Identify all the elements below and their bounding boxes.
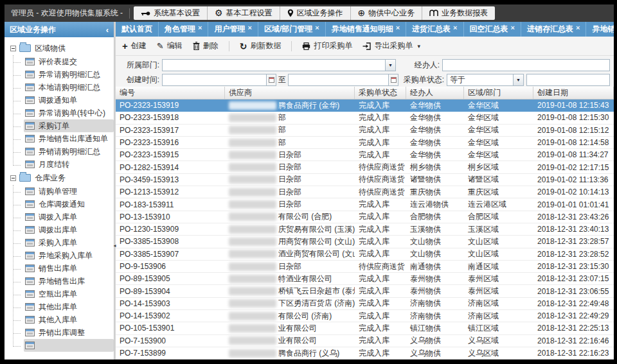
tree-expand-icon[interactable] bbox=[10, 46, 16, 51]
table-row[interactable]: PO-89-153905特酒业有限公司完成入库泰州物供泰州区域2018-12-3… bbox=[116, 273, 614, 285]
tree-group-区域物供[interactable]: 区域物供 bbox=[8, 41, 114, 55]
table-row[interactable]: PO-89-153904桥镇飞云日杂超市 (泰州)完成入库泰州物供泰州区域201… bbox=[116, 285, 614, 297]
sidebar-item[interactable]: 异销请购明细汇总 bbox=[8, 145, 114, 158]
sidebar-item-link[interactable] bbox=[24, 339, 114, 352]
tree-group-仓库业务[interactable]: 仓库业务 bbox=[8, 171, 114, 185]
sidebar-item[interactable]: 仓库调拨通知 bbox=[8, 198, 114, 211]
sidebar-item-link[interactable]: 请购单管理 bbox=[24, 185, 114, 198]
sidebar-item-link[interactable]: 异销出库调整 bbox=[24, 326, 114, 339]
sidebar-item-link[interactable]: 异地销售出库 bbox=[24, 275, 114, 288]
sidebar-item-link[interactable]: 采购入库单 bbox=[24, 236, 114, 249]
sidebar-item-link[interactable]: 调拨入库单 bbox=[24, 211, 114, 223]
calendar-icon[interactable] bbox=[266, 74, 276, 85]
sidebar-item[interactable]: 月度结转 bbox=[8, 158, 114, 171]
table-row[interactable]: PO-14-153903下区勇清百货店 (济南)完成入库济南物供济南区域2018… bbox=[116, 298, 614, 310]
table-row[interactable]: PO-2323-153918部完成入库金华物供金华区域2019-01-08 12… bbox=[116, 112, 614, 124]
top-menu-key[interactable]: 系统基本设置 bbox=[134, 6, 208, 20]
tab-进货汇总表[interactable]: 进货汇总表× bbox=[406, 22, 463, 37]
table-row[interactable]: PO-3385-153907酒业商贸有限公司 (文山)完成入库文山物供文山区域2… bbox=[116, 248, 614, 261]
sidebar-item-link[interactable]: 评价表提交 bbox=[24, 55, 114, 68]
tab-异地销售通知明细[interactable]: 异地销售通知明细× bbox=[326, 22, 406, 37]
column-header-区域/部门[interactable]: 区域/部门 bbox=[464, 87, 533, 99]
table-row[interactable]: PO-13-153910有限公司 (合肥)完成入库合肥物供合肥区域2018-12… bbox=[116, 211, 614, 223]
sidebar-item-link[interactable]: 空瓶出库单 bbox=[24, 288, 114, 300]
sidebar-item[interactable]: 异地销售出库 bbox=[8, 275, 114, 288]
date-to-input[interactable] bbox=[288, 74, 398, 86]
sidebar-item-link[interactable]: 异常请购单(转中心) bbox=[24, 107, 114, 119]
sidebar-item[interactable]: 调拨入库单 bbox=[8, 211, 114, 223]
top-menu-book[interactable]: 业务数据报表 bbox=[422, 6, 495, 20]
sidebar-item-link[interactable]: 销售出库单 bbox=[24, 262, 114, 275]
sidebar-item[interactable]: 请购单管理 bbox=[8, 185, 114, 198]
sidebar-item[interactable]: 销售出库单 bbox=[8, 262, 114, 275]
sidebar-splitter[interactable]: ◂ bbox=[114, 22, 116, 360]
dept-select[interactable]: ▼ bbox=[162, 59, 396, 71]
table-row[interactable]: PO-2323-153917部完成入库金华物供金华区域2019-01-08 12… bbox=[116, 125, 614, 137]
table-row[interactable]: PO-9-153906日杂部待供应商送货南通物供南通区域2018-12-31 2… bbox=[116, 261, 614, 273]
sidebar-item-link[interactable]: 调拨出库单 bbox=[24, 223, 114, 236]
tab-区域/部门管理[interactable]: 区域/部门管理× bbox=[258, 22, 326, 37]
tab-close-icon[interactable]: × bbox=[198, 24, 202, 31]
sidebar-item[interactable]: 异销出库调整 bbox=[8, 326, 114, 339]
sidebar-collapse-icon[interactable]: ‹ bbox=[106, 25, 109, 35]
status-value-input[interactable] bbox=[526, 74, 610, 86]
column-header-经办人[interactable]: 经办人 bbox=[406, 87, 464, 99]
dept-dropdown-arrow-icon[interactable]: ▼ bbox=[385, 60, 395, 71]
edit-button[interactable]: ✎ 编辑 bbox=[157, 40, 183, 51]
tab-close-icon[interactable]: × bbox=[315, 24, 319, 31]
table-row[interactable]: PO-7-153900业有限公司完成入库义乌物供义乌区域2018-12-31 2… bbox=[116, 335, 614, 347]
column-header-编号[interactable]: 编号 bbox=[116, 87, 225, 99]
tab-进销存汇总表[interactable]: 进销存汇总表× bbox=[521, 22, 586, 37]
sidebar-item[interactable]: 调拨出库单 bbox=[8, 223, 114, 236]
sidebar-item-link[interactable]: 异销请购明细汇总 bbox=[24, 145, 114, 158]
sidebar-item[interactable]: 评价表提交 bbox=[8, 55, 114, 68]
sidebar-item[interactable]: 异地销售出库通知单 bbox=[8, 132, 114, 145]
tab-角色管理[interactable]: 角色管理× bbox=[159, 22, 208, 37]
table-row[interactable]: PO-3459-153913日杂部待供应商送货诸暨物供诸暨区域2019-01-0… bbox=[116, 174, 614, 186]
tab-默认首页[interactable]: 默认首页 bbox=[116, 22, 159, 37]
sidebar-item-link[interactable]: 异地采购入库单 bbox=[24, 249, 114, 262]
sidebar-item[interactable]: 采购入库单 bbox=[8, 236, 114, 249]
sidebar-item-link[interactable]: 其他入库单 bbox=[24, 313, 114, 326]
table-row[interactable]: PO-2323-153915日杂部完成入库金华物供金华区域2019-01-08 … bbox=[116, 149, 614, 161]
print-button[interactable]: 打印采购单 bbox=[302, 40, 352, 51]
sidebar-item-link[interactable]: 异常请购明细汇总 bbox=[24, 68, 114, 81]
sidebar-item[interactable] bbox=[8, 339, 114, 352]
agent-input[interactable] bbox=[442, 59, 610, 71]
table-row[interactable]: PO-1230-153909庆贸易有限公司 (玉溪)完成入库玉溪物供玉溪区域20… bbox=[116, 223, 614, 236]
tab-回空汇总表[interactable]: 回空汇总表× bbox=[464, 22, 521, 37]
delete-button[interactable]: 删除 bbox=[193, 40, 219, 51]
table-row[interactable]: PO-2323-153916部完成入库金华物供金华区域2019-01-08 12… bbox=[116, 137, 614, 149]
table-row[interactable]: PO-105-153901业有限公司完成入库镇江物供镇江区域2018-12-31… bbox=[116, 322, 614, 334]
table-row[interactable]: PO-1213-153912日杂部待供应商送货重庆物供重庆区域2019-01-0… bbox=[116, 186, 614, 198]
refresh-button[interactable]: ↻ 刷新数据 bbox=[240, 40, 282, 51]
table-row[interactable]: PO-14-153902有限公司 (济南)完成入库济南物供济南区域2018-12… bbox=[116, 310, 614, 322]
top-menu-pin[interactable]: 区域业务操作 bbox=[280, 6, 351, 20]
sidebar-item[interactable]: 异地采购入库单 bbox=[8, 249, 114, 262]
date-from-input[interactable] bbox=[162, 74, 276, 86]
tab-close-icon[interactable]: × bbox=[576, 24, 580, 31]
sidebar-item[interactable]: 本地请购明细汇总 bbox=[8, 81, 114, 94]
sidebar-item-link[interactable]: 本地请购明细汇总 bbox=[24, 81, 114, 94]
sidebar-item[interactable]: 空瓶出库单 bbox=[8, 288, 114, 300]
tab-close-icon[interactable]: × bbox=[247, 24, 251, 31]
sidebar-item-link[interactable]: 采购订单 bbox=[24, 119, 114, 132]
tab-用户管理[interactable]: 用户管理× bbox=[208, 22, 258, 37]
tree-expand-icon[interactable] bbox=[10, 175, 16, 181]
table-row[interactable]: PO-7-153899腾食品商行 (义乌)完成入库义乌物供义乌区域2018-12… bbox=[116, 347, 614, 360]
sidebar-item-link[interactable]: 异地销售出库通知单 bbox=[24, 132, 114, 145]
table-row[interactable]: PO-3385-153908用商贸有限公司 (文山)完成入库文山物供文山区域20… bbox=[116, 236, 614, 248]
sidebar-item[interactable]: 异常请购明细汇总 bbox=[8, 68, 114, 81]
calendar-icon[interactable] bbox=[388, 74, 398, 85]
sidebar-item[interactable]: 采购订单 bbox=[8, 119, 114, 132]
status-dropdown-arrow-icon[interactable]: ▼ bbox=[513, 74, 523, 85]
sidebar-item[interactable]: 其他入库单 bbox=[8, 313, 114, 326]
sidebar-item-link[interactable]: 调拨通知单 bbox=[24, 94, 114, 107]
column-header-供应商[interactable]: 供应商 bbox=[225, 87, 355, 99]
top-menu-target[interactable]: ⊕物供中心业务 bbox=[351, 6, 423, 20]
sidebar-item-link[interactable]: 其他出库单 bbox=[24, 300, 114, 313]
sidebar-item-link[interactable]: 月度结转 bbox=[24, 158, 114, 171]
top-menu-gear[interactable]: ⚙基本工程设置 bbox=[208, 6, 280, 20]
table-row[interactable]: PO-183-153911日杂部完成入库连云港物供连云港区域2019-01-01… bbox=[116, 198, 614, 211]
tab-close-icon[interactable]: × bbox=[453, 24, 457, 31]
